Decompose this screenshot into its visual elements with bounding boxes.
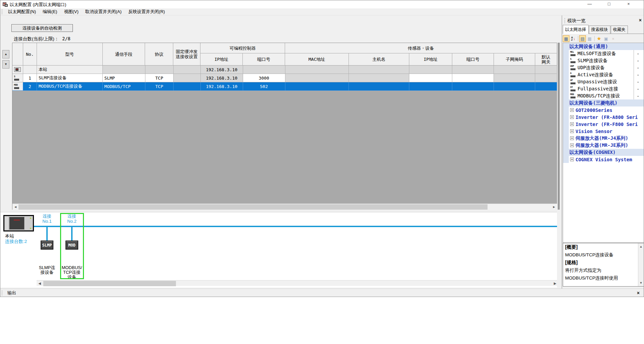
- header-plc-ip: IP地址: [200, 53, 243, 66]
- tree-item-inverter-f800[interactable]: +Inverter (FR-F800 Seri: [563, 121, 644, 128]
- menu-view[interactable]: 视图(V): [60, 8, 82, 15]
- scroll-right-icon[interactable]: ▶: [551, 204, 557, 210]
- diagram-scroll-thumb[interactable]: [43, 281, 176, 286]
- scroll-left-icon[interactable]: ◀: [12, 204, 18, 210]
- tree-view-icon[interactable]: ▤: [579, 35, 586, 42]
- tree-item-melsoft[interactable]: MELMELSOFT连接设备-: [563, 50, 644, 57]
- tree-item-unpassive[interactable]: UPUnpassive连接设-: [563, 78, 644, 85]
- tab-ethernet-selection[interactable]: 以太网选择: [563, 25, 589, 34]
- screen: 以太网配置 (内置以太网端口) — □ × 以太网配置(N) 编辑(E) 视图(…: [0, 0, 644, 344]
- slmp-device-icon: S: [570, 58, 576, 63]
- close-button[interactable]: ×: [621, 0, 636, 8]
- header-mac: MAC地址: [285, 53, 349, 66]
- header-hostname: 主机名: [349, 53, 409, 66]
- favorite-star-icon[interactable]: ★: [596, 35, 602, 42]
- info-vscrollbar[interactable]: ▲ ▼: [638, 243, 644, 286]
- tree-group-cognex[interactable]: −以太网设备(COGNEX): [563, 149, 644, 156]
- table-row-2-selected[interactable]: MOD 2 MODBUS/TCP连接设备 MODBUS/TCP TCP 192.…: [12, 82, 557, 91]
- info-spec-text-2: MODBUS/TCP连接时使用: [563, 274, 644, 282]
- tree-item-active[interactable]: AActive连接设备-: [563, 71, 644, 78]
- output-gripper: [2, 291, 3, 295]
- collapse-icon[interactable]: −: [564, 101, 568, 105]
- expand-icon[interactable]: +: [570, 136, 574, 140]
- tree-item-cognex-vision[interactable]: +COGNEX Vision System: [563, 156, 644, 163]
- modbus-device-icon: MOD: [12, 82, 23, 91]
- collapse-icon[interactable]: −: [564, 150, 568, 154]
- sort-settings-icon[interactable]: ▦: [563, 35, 569, 42]
- tree-group-generic[interactable]: −以太网设备(通用): [563, 43, 644, 50]
- menu-cancel-close[interactable]: 取消设置并关闭(A): [82, 8, 125, 15]
- active-device-icon: A: [570, 72, 576, 77]
- maximize-button[interactable]: □: [601, 0, 617, 8]
- list-view-icon[interactable]: ▦: [586, 35, 593, 42]
- slmp-node-chip[interactable]: SLMP: [41, 241, 53, 250]
- collapse-icon[interactable]: −: [564, 45, 568, 48]
- table-header: No. 型号 通信手段 协议 固定缓冲发送接收设置 可编程控制器 传感器・设备 …: [12, 43, 557, 66]
- table-hscrollbar[interactable]: ◀ ▶: [12, 204, 557, 210]
- info-summary-text: MODBUS/TCP连接设备: [563, 251, 644, 259]
- header-protocol: 协议: [145, 43, 173, 66]
- minimize-button[interactable]: —: [582, 0, 597, 8]
- app-icon: [3, 2, 8, 7]
- menu-ethernet-config[interactable]: 以太网配置(N): [5, 8, 39, 15]
- tab-search-module[interactable]: 搜索模块: [589, 26, 610, 34]
- tab-favorites[interactable]: 收藏夹: [611, 26, 628, 34]
- scroll-up-icon[interactable]: ▲: [638, 244, 644, 249]
- expand-icon[interactable]: +: [570, 158, 574, 161]
- connection-count-value: 2/8: [62, 36, 70, 41]
- tree-item-got2000[interactable]: +GOT2000Series: [563, 106, 644, 114]
- tree-item-slmp[interactable]: SSLMP连接设备-: [563, 57, 644, 64]
- header-icon-col: [12, 43, 23, 66]
- scroll-left-icon[interactable]: ◀: [37, 281, 43, 287]
- tree-group-mitsubishi[interactable]: −以太网设备(三菱电机): [563, 99, 644, 106]
- scroll-down-icon[interactable]: ▼: [638, 280, 644, 286]
- menu-apply-close[interactable]: 反映设置并关闭(R): [125, 8, 168, 15]
- menu-edit[interactable]: 编辑(E): [39, 8, 60, 15]
- module-tree: −以太网设备(通用) MELMELSOFT连接设备- SSLMP连接设备- UD…: [563, 43, 644, 243]
- expand-icon[interactable]: +: [570, 122, 574, 126]
- window-title: 以太网配置 (内置以太网端口): [10, 2, 66, 8]
- menu-gripper: [2, 9, 3, 14]
- expand-icon[interactable]: +: [570, 143, 574, 147]
- table-row-host[interactable]: 本站 192.168.3.10: [12, 66, 557, 74]
- host-plc-image[interactable]: [3, 215, 34, 231]
- header-subnet: 子网掩码: [494, 53, 535, 66]
- expand-icon[interactable]: +: [570, 129, 574, 133]
- panel-close-icon[interactable]: ×: [639, 17, 642, 23]
- tree-item-servo-mrje[interactable]: +伺服放大器(MR-JE系列): [563, 142, 644, 149]
- toolbar-separator: [594, 36, 595, 41]
- diagram-hscrollbar[interactable]: ◀ ▶: [37, 280, 557, 286]
- connection-1-label: 连接No.1: [37, 214, 57, 224]
- selection-highlight-box: [60, 213, 84, 279]
- table-row-1[interactable]: S 1 SLMP连接设备 SLMP TCP 192.168.3.10 3000: [12, 74, 557, 82]
- connection-1-line: [46, 227, 48, 241]
- header-group-sensor: 传感器・设备: [285, 43, 557, 53]
- header-group-plc: 可编程控制器: [200, 43, 285, 53]
- row-up-button[interactable]: ▲: [2, 50, 9, 58]
- row-down-button[interactable]: ▼: [2, 60, 9, 69]
- expand-icon[interactable]: +: [570, 108, 574, 112]
- scroll-right-icon[interactable]: ▶: [552, 281, 557, 287]
- tree-item-fullpassive[interactable]: FPFullpassive连接-: [563, 85, 644, 92]
- tree-item-vision-sensor[interactable]: +Vision Sensor: [563, 128, 644, 135]
- tree-item-servo-mrj4[interactable]: +伺服放大器(MR-J4系列): [563, 135, 644, 142]
- tree-item-modbus[interactable]: MODMODBUS/TCP连接设-: [563, 92, 644, 99]
- delete-favorite-icon[interactable]: ×: [610, 35, 616, 42]
- sort-az-icon[interactable]: AZ↓: [570, 35, 577, 42]
- table-empty-area: [12, 91, 557, 204]
- melsoft-device-icon: MEL: [570, 51, 576, 56]
- module-list-panel: 模块一览 × 以太网选择 搜索模块 收藏夹 ▦ AZ↓ ▤ ▦ ★ ▣ × −以…: [562, 15, 644, 289]
- add-favorite-icon[interactable]: ▣: [603, 35, 609, 42]
- slmp-device-icon: S: [12, 74, 23, 82]
- auto-detect-button[interactable]: 连接设备的自动检测: [11, 24, 73, 32]
- tree-item-udp[interactable]: UDPUDP连接设备-: [563, 64, 644, 71]
- output-label: 输出: [7, 290, 16, 296]
- header-gateway: 默认网关: [535, 53, 557, 66]
- header-no: No.: [23, 43, 37, 66]
- panel-header: 模块一览 ×: [562, 17, 644, 25]
- expand-icon[interactable]: +: [570, 115, 574, 119]
- table-scroll-thumb[interactable]: [18, 204, 488, 210]
- tree-item-inverter-a800[interactable]: +Inverter (FR-A800 Seri: [563, 114, 644, 121]
- ethernet-config-window: 以太网配置 (内置以太网端口) — □ × 以太网配置(N) 编辑(E) 视图(…: [0, 0, 644, 297]
- output-close-icon[interactable]: ×: [637, 290, 640, 296]
